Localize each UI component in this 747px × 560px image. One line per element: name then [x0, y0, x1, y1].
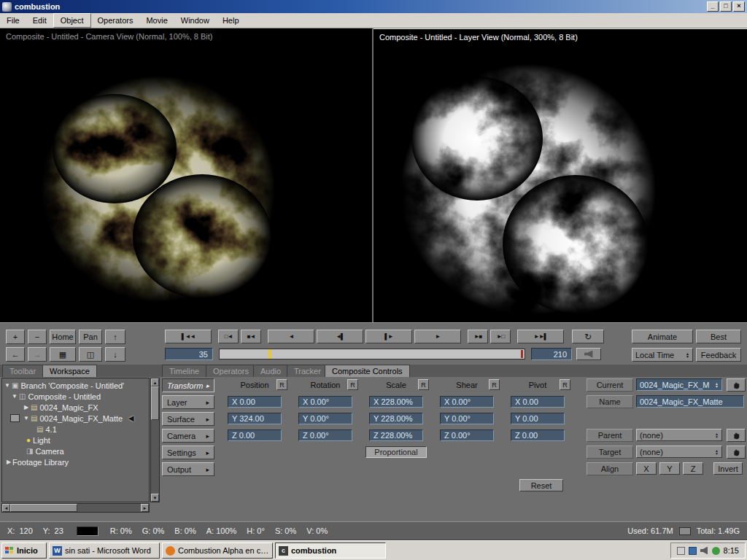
display-quality-button[interactable]: Best	[696, 330, 741, 343]
next-marker-in-button[interactable]: ►■	[468, 330, 488, 343]
back-button[interactable]: ←	[6, 347, 25, 362]
position-reset-button[interactable]: R	[276, 379, 287, 390]
pivot-reset-button[interactable]: R	[560, 379, 570, 390]
layout-toggle-button[interactable]: ◫	[79, 347, 102, 362]
task-combustion[interactable]: c combustion	[275, 542, 386, 559]
layer-view-viewport[interactable]: Composite - Untitled - Layer View (Norma…	[374, 28, 747, 322]
scroll-left-button[interactable]: ◄	[2, 504, 10, 512]
target-pick-button[interactable]	[727, 446, 746, 459]
scale-reset-button[interactable]: R	[418, 379, 429, 390]
pivot-z-field[interactable]: Z 0.00	[511, 429, 565, 441]
restore-button[interactable]: □	[720, 1, 732, 12]
feedback-toggle-button[interactable]: Feedback	[696, 348, 741, 362]
category-output-button[interactable]: Output ▸	[162, 462, 214, 476]
grid-toggle-button[interactable]: ▦	[50, 347, 76, 362]
tree-item-magic-fx[interactable]: ▶ ▤ 0024_Magic_FX	[2, 402, 149, 413]
tree-expanded-icon[interactable]: ▼	[11, 393, 18, 400]
network-icon[interactable]	[689, 547, 697, 555]
tab-workspace[interactable]: Workspace	[42, 365, 97, 377]
tree-item-4-1[interactable]: ▤ 4.1	[2, 424, 149, 435]
rotation-x-field[interactable]: X 0.00°	[298, 396, 352, 408]
audio-mute-button[interactable]	[576, 348, 601, 360]
previous-marker-out-button[interactable]: □◄	[218, 330, 239, 343]
play-reverse-button[interactable]: ◄	[268, 330, 314, 343]
tree-item-composite[interactable]: ▼ ◫ Composite - Untitled	[2, 391, 149, 402]
category-camera-button[interactable]: Camera ▸	[162, 429, 214, 443]
vertical-scroll-thumb[interactable]	[151, 386, 159, 420]
tree-collapsed-icon[interactable]: ▶	[23, 404, 30, 411]
tab-timeline[interactable]: Timeline	[162, 365, 206, 377]
rotation-reset-button[interactable]: R	[347, 379, 358, 390]
forward-button[interactable]: →	[28, 347, 47, 362]
task-browser[interactable]: Combustion Alpha en co...	[162, 542, 273, 559]
animate-toggle-button[interactable]: Animate	[632, 330, 693, 343]
parent-pick-button[interactable]	[727, 429, 746, 442]
tree-horizontal-scrollbar[interactable]: ◄ ►	[1, 503, 150, 513]
keyboard-layout-icon[interactable]	[677, 547, 685, 555]
shear-x-field[interactable]: X 0.00°	[440, 396, 494, 408]
tab-toolbar[interactable]: Toolbar	[2, 365, 43, 377]
camera-view-viewport[interactable]: Composite - Untitled - Camera View (Norm…	[0, 28, 372, 322]
tree-item-camera[interactable]: ◨ Camera	[2, 446, 149, 456]
category-surface-button[interactable]: Surface ▸	[162, 412, 214, 426]
timeline-slider[interactable]	[219, 349, 525, 359]
playhead-marker[interactable]	[268, 349, 271, 359]
current-pick-button[interactable]	[727, 378, 746, 392]
pivot-y-field[interactable]: Y 0.00	[511, 413, 565, 424]
menu-window[interactable]: Window	[174, 13, 216, 28]
tab-audio[interactable]: Audio	[253, 365, 288, 377]
position-y-field[interactable]: Y 324.00	[228, 413, 282, 424]
parent-dropdown[interactable]: (none) ▲▼	[636, 429, 722, 441]
horizontal-scroll-thumb[interactable]	[10, 504, 77, 512]
step-forward-button[interactable]: ▌►	[365, 330, 412, 343]
tree-expanded-icon[interactable]: ▼	[23, 415, 30, 421]
category-settings-button[interactable]: Settings ▸	[162, 446, 214, 459]
tree-item-footage-library[interactable]: ▶ Footage Library	[2, 456, 149, 467]
current-layer-field[interactable]: 0024_Magic_FX_M ▲▼	[636, 378, 722, 391]
tree-item-light[interactable]: ● Light	[2, 435, 149, 446]
align-x-button[interactable]: X	[636, 462, 657, 475]
menu-edit[interactable]: Edit	[26, 13, 53, 28]
up-level-button[interactable]: ↑	[105, 330, 125, 344]
tree-collapsed-icon[interactable]: ▶	[5, 459, 12, 465]
category-layer-button[interactable]: Layer ▸	[162, 395, 214, 409]
antivirus-icon[interactable]	[712, 547, 720, 555]
scale-y-field[interactable]: Y 228.00%	[369, 413, 423, 424]
category-transform-button[interactable]: Transform ▸	[162, 378, 214, 392]
align-y-button[interactable]: Y	[659, 462, 680, 475]
menu-object[interactable]: Object	[53, 13, 91, 28]
previous-marker-in-button[interactable]: ■◄	[241, 330, 261, 343]
home-view-button[interactable]: Home	[50, 330, 76, 344]
position-z-field[interactable]: Z 0.00	[228, 429, 282, 441]
clock[interactable]: 8:15	[724, 546, 739, 555]
tab-tracker[interactable]: Tracker	[287, 365, 328, 377]
go-to-start-button[interactable]: ▌◄◄	[165, 330, 212, 343]
time-mode-dropdown[interactable]: Local Time ▲▼	[632, 348, 693, 362]
close-button[interactable]: ×	[733, 1, 745, 12]
menu-movie[interactable]: Movie	[139, 13, 174, 28]
zoom-in-button[interactable]: +	[6, 330, 25, 344]
pan-tool-button[interactable]: Pan	[79, 330, 102, 344]
scale-x-field[interactable]: X 228.00%	[369, 396, 423, 408]
next-marker-out-button[interactable]: ►□	[490, 330, 511, 343]
current-frame-field[interactable]: 35	[165, 348, 213, 360]
minimize-button[interactable]: _	[707, 1, 719, 12]
shear-z-field[interactable]: Z 0.00°	[440, 429, 494, 441]
shear-y-field[interactable]: Y 0.00°	[440, 413, 494, 424]
end-frame-field[interactable]: 210	[531, 348, 572, 360]
scroll-right-button[interactable]: ►	[141, 504, 149, 512]
menu-help[interactable]: Help	[216, 13, 246, 28]
menu-operators[interactable]: Operators	[91, 13, 140, 28]
invert-button[interactable]: Invert	[713, 462, 743, 475]
tree-expanded-icon[interactable]: ▼	[4, 382, 11, 389]
tree-vertical-scrollbar[interactable]: ▲ ▼	[150, 378, 160, 502]
layer-name-field[interactable]: 0024_Magic_FX_Matte	[636, 395, 744, 408]
loop-button[interactable]: ↻	[572, 330, 604, 343]
step-back-button[interactable]: ◄▌	[317, 330, 363, 343]
tab-operators[interactable]: Operators	[206, 365, 256, 377]
target-dropdown[interactable]: (none) ▲▼	[636, 446, 722, 458]
play-button[interactable]: ►	[414, 330, 461, 343]
rotation-y-field[interactable]: Y 0.00°	[298, 413, 352, 424]
go-to-end-button[interactable]: ►►▌	[517, 330, 564, 343]
proportional-toggle-button[interactable]: Proportional	[365, 446, 427, 458]
